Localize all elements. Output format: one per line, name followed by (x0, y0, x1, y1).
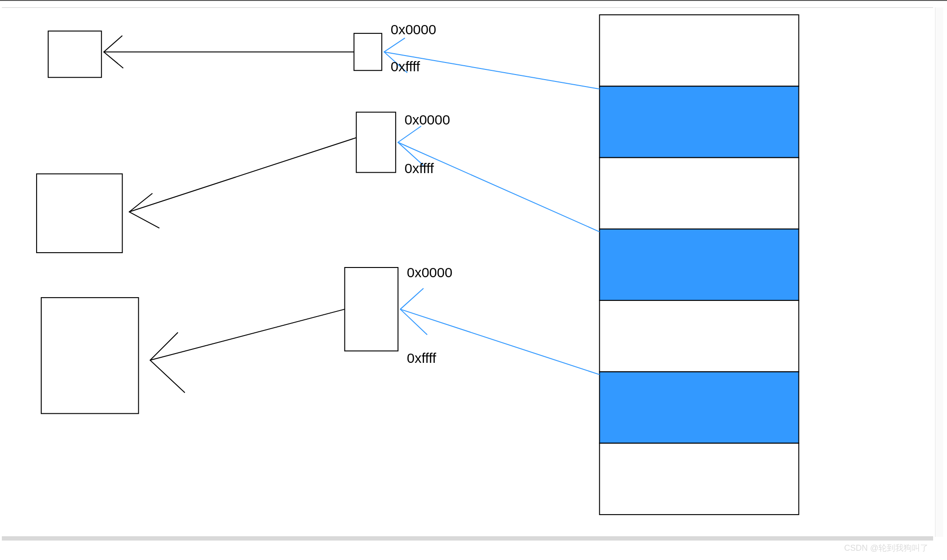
blue-arrowhead-3 (400, 288, 427, 335)
addr-top-2: 0x0000 (405, 112, 450, 128)
addr-bottom-2: 0xffff (405, 161, 434, 176)
memory-segment-3 (599, 372, 798, 443)
memory-segment-1 (599, 86, 798, 157)
mid-box-1 (354, 33, 382, 70)
row-1 (48, 31, 599, 89)
blue-arrowhead-2 (398, 126, 424, 165)
addr-top-3: 0x0000 (407, 265, 452, 280)
mid-box-3 (345, 268, 398, 351)
svg-rect-1 (599, 158, 798, 229)
vertical-scrollbar[interactable] (935, 7, 943, 537)
memory-column (599, 15, 798, 515)
diagram-svg (2, 8, 933, 536)
watermark-text: CSDN @轮到我狗叫了 (844, 542, 928, 554)
window-frame: 0x0000 0xffff 0x0000 0xffff 0x0000 0xfff… (0, 0, 947, 560)
black-arrow-2 (129, 137, 356, 212)
row-2 (37, 112, 599, 253)
addr-bottom-1: 0xffff (391, 59, 420, 75)
left-box-3 (41, 298, 138, 413)
memory-segment-2 (599, 229, 798, 300)
svg-rect-0 (599, 15, 798, 86)
horizontal-scrollbar[interactable] (2, 537, 933, 541)
diagram-canvas: 0x0000 0xffff 0x0000 0xffff 0x0000 0xfff… (2, 7, 933, 537)
row-3 (41, 268, 599, 414)
addr-top-1: 0x0000 (391, 22, 436, 37)
mid-box-2 (356, 112, 396, 172)
svg-rect-2 (599, 300, 798, 372)
black-arrowhead-3 (150, 332, 185, 392)
addr-bottom-3: 0xffff (407, 350, 436, 366)
left-box-1 (48, 31, 101, 77)
black-arrow-3 (150, 309, 344, 360)
left-box-2 (37, 174, 122, 253)
svg-rect-3 (599, 443, 798, 515)
blue-arrow-2 (398, 143, 599, 232)
